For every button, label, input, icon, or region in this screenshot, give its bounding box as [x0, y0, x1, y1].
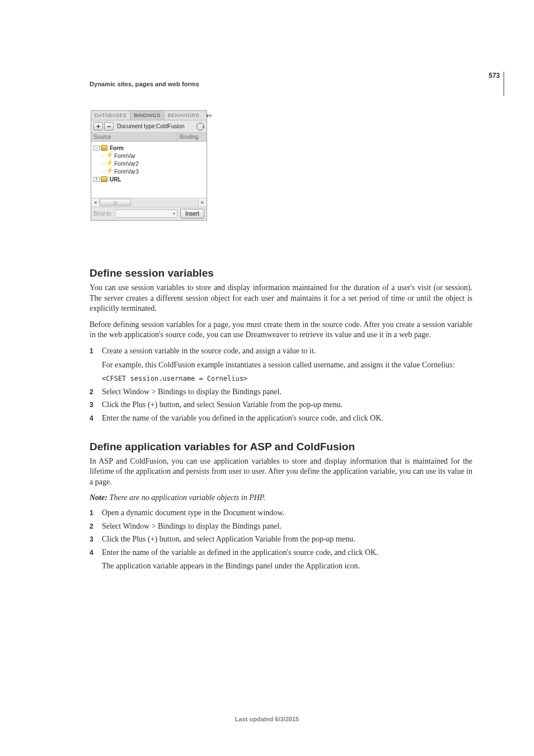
- panel-menu-icon[interactable]: ▾≡: [203, 111, 216, 120]
- steps-list-application: 1 Open a dynamic document type in the Do…: [90, 508, 472, 572]
- heading-define-session-variables: Define session variables: [90, 267, 472, 279]
- bind-to-label: Bind to:: [93, 211, 113, 217]
- scroll-left-icon[interactable]: ◄: [91, 200, 99, 205]
- panel-footer: Bind to: ▾ Insert: [91, 207, 207, 220]
- panel-tabs: DATABASES BINDINGS BEHAVIORS ▾≡: [91, 111, 207, 120]
- tab-behaviors[interactable]: BEHAVIORS: [165, 111, 203, 120]
- insert-button[interactable]: Insert: [180, 209, 204, 218]
- step-item: 4 Enter the name of the variable as defi…: [90, 548, 472, 572]
- tree-connector-icon: ⋯: [101, 161, 106, 167]
- tree-node-form[interactable]: − Form: [93, 144, 205, 152]
- column-binding[interactable]: Binding: [177, 133, 207, 141]
- binding-bolt-icon: [106, 152, 112, 159]
- expand-icon[interactable]: +: [93, 177, 100, 182]
- step-text: Enter the name of the variable you defin…: [102, 413, 472, 424]
- bindings-panel: DATABASES BINDINGS BEHAVIORS ▾≡ + − Docu…: [91, 110, 207, 221]
- tree-item-label: FormVar3: [114, 169, 139, 175]
- panel-tree: − Form ⋯FormVar ⋯FormVar2 ⋯FormVar3 + UR…: [91, 142, 207, 198]
- running-header: Dynamic sites, pages and web forms: [90, 81, 199, 87]
- step-item: 3 Click the Plus (+) button, and select …: [90, 400, 472, 410]
- dropdown-arrow-icon: ▾: [173, 211, 175, 216]
- panel-column-headers: Source Binding: [91, 133, 207, 142]
- tree-label-url: URL: [110, 176, 121, 183]
- scroll-right-icon[interactable]: ►: [199, 200, 207, 205]
- step-number: 4: [90, 413, 102, 424]
- column-source[interactable]: Source: [91, 133, 177, 141]
- step-number: 3: [90, 400, 102, 410]
- scrollbar-thumb[interactable]: |||: [100, 199, 131, 206]
- paragraph: In ASP and ColdFusion, you can use appli…: [90, 456, 472, 488]
- step-text: Select Window > Bindings to display the …: [102, 387, 472, 398]
- panel-toolbar: + − Document type:ColdFusion: [91, 120, 207, 133]
- step-item: 4 Enter the name of the variable you def…: [90, 413, 472, 424]
- step-item: 1 Open a dynamic document type in the Do…: [90, 508, 472, 519]
- document-type-label: Document type:ColdFusion: [117, 123, 185, 129]
- heading-define-application-variables: Define application variables for ASP and…: [90, 441, 472, 453]
- tab-bindings[interactable]: BINDINGS: [130, 111, 165, 120]
- step-number: 1: [90, 508, 102, 519]
- step-item: 3 Click the Plus (+) button, and select …: [90, 534, 472, 545]
- tab-databases[interactable]: DATABASES: [91, 111, 130, 120]
- step-text: Click the Plus (+) button, and select Se…: [102, 400, 472, 410]
- bind-to-select[interactable]: ▾: [115, 209, 177, 218]
- step-number: 3: [90, 534, 102, 545]
- refresh-icon[interactable]: [196, 123, 204, 130]
- step-text: Click the Plus (+) button, and select Ap…: [102, 534, 472, 545]
- step-number: 1: [90, 346, 102, 384]
- step-number: 4: [90, 548, 102, 572]
- tree-item[interactable]: ⋯FormVar3: [93, 167, 205, 175]
- collapse-icon[interactable]: −: [93, 146, 100, 151]
- scrollbar-track[interactable]: |||: [99, 199, 199, 206]
- tree-node-url[interactable]: + URL: [93, 175, 205, 183]
- step-text: Create a session variable in the source …: [102, 346, 472, 357]
- minus-button[interactable]: −: [104, 122, 114, 130]
- note-body: There are no application variable object…: [107, 493, 265, 502]
- folder-icon: [101, 145, 107, 151]
- step-item: 2 Select Window > Bindings to display th…: [90, 387, 472, 398]
- folder-icon: [101, 176, 107, 182]
- paragraph: You can use session variables to store a…: [90, 283, 472, 314]
- plus-button[interactable]: +: [93, 122, 103, 130]
- page-number: 573: [489, 72, 500, 80]
- tree-item[interactable]: ⋯FormVar: [93, 152, 205, 160]
- note: Note: There are no application variable …: [90, 493, 472, 503]
- binding-bolt-icon: [106, 168, 112, 175]
- main-content: Define session variables You can use ses…: [90, 267, 472, 581]
- step-number: 2: [90, 387, 102, 398]
- step-subtext: The application variable appears in the …: [102, 561, 472, 572]
- horizontal-scrollbar[interactable]: ◄ ||| ►: [91, 198, 207, 207]
- binding-bolt-icon: [106, 160, 112, 167]
- page-number-divider: [503, 72, 504, 96]
- last-updated-footer: Last updated 6/3/2015: [0, 716, 534, 722]
- paragraph: Before defining session variables for a …: [90, 320, 472, 340]
- tree-item-label: FormVar: [114, 153, 135, 159]
- step-item: 1 Create a session variable in the sourc…: [90, 346, 472, 384]
- step-text: Select Window > Bindings to display the …: [102, 521, 472, 532]
- steps-list-session: 1 Create a session variable in the sourc…: [90, 346, 472, 424]
- step-subtext: For example, this ColdFusion example ins…: [102, 360, 472, 371]
- tree-connector-icon: ⋯: [101, 153, 106, 159]
- tree-item-label: FormVar2: [114, 161, 139, 167]
- step-number: 2: [90, 521, 102, 532]
- tree-connector-icon: ⋯: [101, 169, 106, 175]
- tree-label-form: Form: [110, 145, 124, 151]
- code-block: <CFSET session.username = Cornelius>: [102, 374, 472, 384]
- step-text: Enter the name of the variable as define…: [102, 548, 472, 558]
- tree-item[interactable]: ⋯FormVar2: [93, 160, 205, 167]
- note-label: Note:: [90, 493, 107, 502]
- step-text: Open a dynamic document type in the Docu…: [102, 508, 472, 519]
- step-item: 2 Select Window > Bindings to display th…: [90, 521, 472, 532]
